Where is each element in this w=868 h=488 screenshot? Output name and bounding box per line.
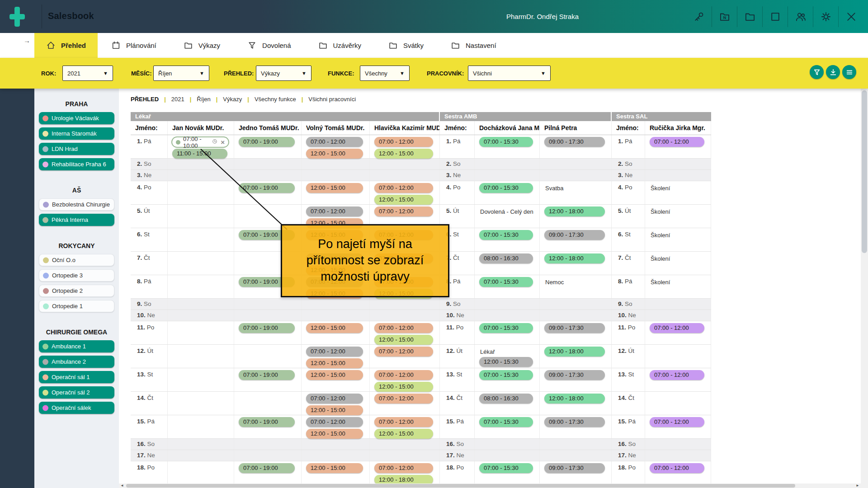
attendance-pill[interactable]: 07:00 - 15:30	[479, 417, 533, 427]
attendance-pill[interactable]: 08:00 - 16:30	[479, 253, 533, 263]
topbar-folder-note-button[interactable]: N	[712, 6, 737, 27]
tab-vykazy[interactable]: Výkazy	[170, 33, 234, 58]
topbar-users-button[interactable]	[788, 6, 813, 27]
attendance-pill[interactable]: 07:00 - 15:30	[479, 463, 533, 473]
filter-select-1[interactable]: Říjen▼	[153, 66, 209, 81]
attendance-pill[interactable]: 07:00 - 12:00	[374, 370, 433, 380]
attendance-pill[interactable]: 12:00 - 15:00	[306, 429, 363, 439]
topbar-close-button[interactable]	[838, 6, 863, 27]
hscroll-thumb[interactable]	[126, 484, 795, 488]
filter-select-3[interactable]: Všechny▼	[360, 66, 410, 81]
edit-time-icon[interactable]	[212, 138, 218, 146]
topbar-window-button[interactable]	[762, 6, 788, 27]
sidebar-item-operac-ni-sa-l-2[interactable]: Operační sál 2	[39, 386, 114, 399]
attendance-pill[interactable]: 12:00 - 15:00	[374, 149, 433, 159]
breadcrumb-item[interactable]: Všichni pracovníci	[308, 96, 356, 103]
sidebar-item-ldn-hrad[interactable]: LDN Hrad	[39, 143, 114, 155]
attendance-pill[interactable]: 07:00 - 12:00	[306, 394, 363, 404]
attendance-pill[interactable]: 07:00 - 12:00	[374, 323, 433, 333]
attendance-pill[interactable]: 07:00 - 19:00	[239, 463, 295, 473]
attendance-pill[interactable]: 07:00 - 12:00	[374, 463, 433, 473]
attendance-pill[interactable]: 12:00 - 15:30	[479, 357, 533, 367]
attendance-pill[interactable]: 09:00 - 17:30	[544, 463, 605, 473]
sidebar-item-ortopedie-1[interactable]: Ortopedie 1	[39, 300, 114, 312]
attendance-pill[interactable]: 07:00 - 15:30	[479, 370, 533, 380]
attendance-pill[interactable]: 07:00 - 15:30	[479, 277, 533, 287]
attendance-pill[interactable]: 07:00 - 15:30	[479, 230, 533, 240]
attendance-pill[interactable]: 07:00 - 12:00	[650, 463, 704, 473]
attendance-pill[interactable]: 07:00 - 12:00	[650, 323, 704, 333]
attendance-pill[interactable]: 12:00 - 18:00	[544, 394, 605, 404]
attendance-pill[interactable]: 07:00 - 19:00	[239, 183, 295, 193]
sidebar-item-bezbolestna-chirurgie[interactable]: Bezbolestná Chirurgie	[39, 198, 114, 211]
attendance-pill[interactable]: 07:00 - 12:00	[306, 347, 363, 357]
topbar-gear-button[interactable]	[813, 6, 838, 27]
attendance-pill[interactable]: 07:00 - 19:00	[239, 417, 295, 427]
topbar-key-button[interactable]	[686, 6, 712, 27]
attendance-pill[interactable]: 07:00 - 12:00	[374, 206, 433, 216]
delete-attendance-icon[interactable]: ×	[221, 139, 225, 145]
attendance-pill[interactable]: 09:00 - 17:30	[544, 137, 605, 147]
attendance-pill[interactable]: 07:00 - 12:00	[374, 137, 433, 147]
attendance-pill[interactable]: 12:00 - 15:00	[306, 149, 363, 159]
horizontal-scrollbar[interactable]: ◄ ►	[119, 483, 861, 488]
vertical-scrollbar[interactable]	[861, 89, 868, 488]
topbar-folder-button[interactable]	[737, 6, 762, 27]
attendance-pill[interactable]: 12:00 - 18:00	[544, 253, 605, 263]
sidebar-item-ortopedie-3[interactable]: Ortopedie 3	[39, 269, 114, 282]
attendance-pill[interactable]: 09:00 - 17:30	[544, 323, 605, 333]
hscroll-track[interactable]	[125, 483, 854, 488]
breadcrumb-item[interactable]: Říjen	[197, 96, 210, 103]
sidebar-item-pe-kna-interna[interactable]: Pěkná Interna	[39, 214, 114, 226]
attendance-pill[interactable]: 07:00 - 12:00	[650, 137, 704, 147]
filter-select-2[interactable]: Výkazy▼	[256, 66, 311, 81]
attendance-pill[interactable]: 07:00 - 12:00	[306, 206, 363, 216]
attendance-pill[interactable]: 07:00 - 12:00	[306, 417, 363, 427]
attendance-pill[interactable]: 09:00 - 17:30	[544, 230, 605, 240]
attendance-pill[interactable]: 12:00 - 15:00	[306, 405, 363, 415]
filter-select-4[interactable]: Všichni▼	[468, 66, 551, 81]
attendance-pill[interactable]: 07:00 - 19:00	[239, 137, 295, 147]
attendance-pill[interactable]: 07:00 - 19:00	[239, 370, 295, 380]
attendance-pill[interactable]: 11:00 - 15:00	[172, 149, 227, 159]
attendance-pill[interactable]: 07:00 - 12:00	[374, 394, 433, 404]
sidebar-item-operac-ni-sa-lek[interactable]: Operační sálek	[39, 402, 114, 414]
attendance-pill[interactable]: 12:00 - 15:00	[306, 183, 363, 193]
attendance-pill[interactable]: 12:00 - 15:00	[374, 335, 433, 345]
attendance-pill[interactable]: 07:00 - 15:30	[479, 183, 533, 193]
attendance-pill[interactable]: 07:00 - 19:00	[239, 323, 295, 333]
breadcrumb-item[interactable]: Výkazy	[223, 96, 242, 103]
attendance-pill[interactable]: 12:00 - 15:00	[374, 382, 433, 392]
attendance-pill[interactable]: 09:00 - 17:30	[544, 370, 605, 380]
attendance-pill[interactable]: 12:00 - 15:00	[374, 195, 433, 205]
attendance-pill[interactable]: 07:00 - 15:30	[479, 137, 533, 147]
attendance-pill[interactable]: 12:00 - 15:00	[306, 358, 363, 368]
tab-uzaverky[interactable]: Uzávěrky	[305, 33, 375, 58]
sidebar-item-ortopedie-2[interactable]: Ortopedie 2	[39, 285, 114, 297]
sidebar-item-oc-ni-o-o[interactable]: Oční O.o	[39, 254, 114, 266]
filterbar-menu-button[interactable]	[842, 65, 856, 79]
filter-select-0[interactable]: 2021▼	[62, 66, 113, 81]
attendance-pill[interactable]: 07:00 - 12:00	[650, 370, 704, 380]
scroll-right-arrow[interactable]: ►	[854, 483, 861, 488]
sidebar-item-ambulance-2[interactable]: Ambulance 2	[39, 356, 114, 368]
scroll-left-arrow[interactable]: ◄	[119, 483, 125, 488]
sidebar-item-ambulance-1[interactable]: Ambulance 1	[39, 340, 114, 352]
attendance-pill[interactable]: 12:00 - 15:00	[374, 429, 433, 439]
attendance-pill[interactable]: 12:00 - 15:00	[306, 323, 363, 333]
attendance-pill[interactable]: 12:00 - 15:00	[306, 370, 363, 380]
sidebar-item-interna-staroma-k[interactable]: Interna Staromák	[39, 127, 114, 140]
attendance-pill[interactable]: 08:00 - 16:30	[479, 394, 533, 404]
vscroll-thumb[interactable]	[862, 90, 867, 253]
tab-dovolena[interactable]: Dovolená	[234, 33, 304, 58]
attendance-pill[interactable]: 07:00 - 12:00	[374, 347, 433, 357]
attendance-pill[interactable]: 12:00 - 15:00	[306, 463, 363, 473]
forward-arrow-icon[interactable]: →	[24, 37, 30, 44]
tab-prehled[interactable]: Přehled	[34, 33, 98, 58]
attendance-pill[interactable]: 07:00 - 12:00	[374, 183, 433, 193]
attendance-pill[interactable]: 07:00 - 12:00	[374, 417, 433, 427]
breadcrumb-item[interactable]: 2021	[171, 96, 184, 103]
attendance-pill[interactable]: 07:00 - 15:30	[479, 323, 533, 333]
tab-nastaveni[interactable]: Nastavení	[437, 33, 510, 58]
sidebar-item-urologie-va-clava-k[interactable]: Urologie Václavák	[39, 112, 114, 124]
